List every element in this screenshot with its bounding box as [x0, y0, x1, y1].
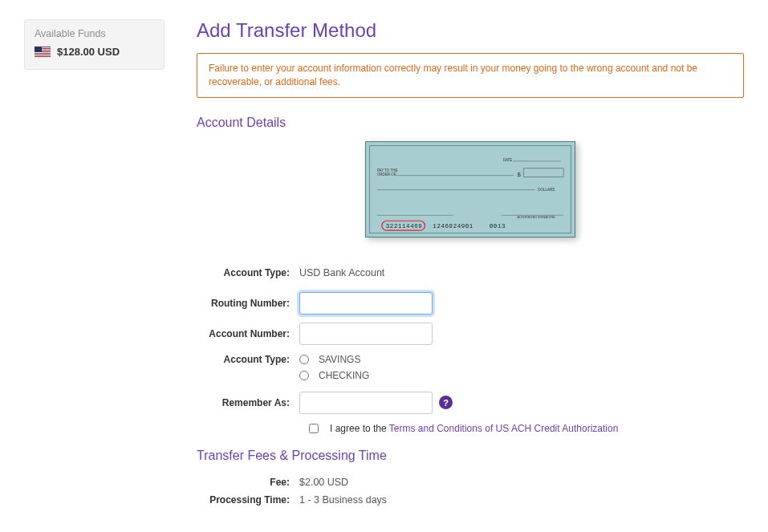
value-fee: $2.00 USD: [299, 477, 348, 488]
account-form: Account Type: USD Bank Account Routing N…: [197, 261, 744, 434]
radio-checking[interactable]: CHECKING: [299, 370, 369, 381]
svg-rect-4: [35, 52, 51, 53]
help-icon[interactable]: ?: [439, 396, 453, 409]
label-account-type-radio: Account Type:: [197, 352, 299, 365]
radio-checking-label: CHECKING: [319, 370, 369, 381]
sidebar: Available Funds $128.00 USD: [24, 19, 165, 532]
label-remember-as: Remember As:: [197, 397, 299, 408]
check-image-wrap: DATE PAY TO THE ORDER OF $ DOLLARS AUTHO…: [197, 141, 744, 240]
agree-text: I agree to the Terms and Conditions of U…: [330, 423, 618, 434]
check-date-label: DATE: [503, 157, 513, 161]
label-account-type: Account Type:: [197, 267, 299, 278]
svg-rect-10: [523, 168, 563, 177]
check-micr-check: 0013: [490, 223, 506, 229]
agree-prefix: I agree to the: [330, 423, 389, 434]
available-funds-row: $128.00 USD: [35, 46, 154, 58]
radio-savings-label: SAVINGS: [319, 354, 360, 365]
section-title-account-details: Account Details: [197, 116, 744, 130]
sample-check-image: DATE PAY TO THE ORDER OF $ DOLLARS AUTHO…: [365, 141, 575, 238]
value-processing-time: 1 - 3 Business days: [299, 494, 387, 506]
svg-rect-7: [35, 47, 42, 52]
agree-checkbox[interactable]: [309, 424, 319, 433]
flag-usa-icon: [35, 47, 51, 57]
label-processing-time: Processing Time:: [197, 494, 299, 506]
account-number-input[interactable]: [299, 323, 433, 345]
agree-terms-link[interactable]: Terms and Conditions of US ACH Credit Au…: [389, 423, 618, 434]
available-funds-amount: $128.00 USD: [57, 46, 120, 58]
check-signature-label: AUTHORIZED SIGNATURE: [518, 216, 556, 219]
radio-checking-input[interactable]: [299, 371, 309, 380]
available-funds-title: Available Funds: [35, 28, 154, 39]
page-title: Add Transfer Method: [197, 19, 744, 42]
label-fee: Fee:: [197, 477, 299, 488]
radio-savings[interactable]: SAVINGS: [299, 354, 369, 365]
value-account-type: USD Bank Account: [299, 267, 384, 278]
warning-alert: Failure to enter your account informatio…: [197, 53, 744, 98]
check-dollar-sign: $: [518, 170, 522, 177]
radio-savings-input[interactable]: [299, 355, 309, 364]
svg-rect-6: [35, 55, 51, 56]
fees-section: Fee: $2.00 USD Processing Time: 1 - 3 Bu…: [197, 474, 744, 508]
main-content: Add Transfer Method Failure to enter you…: [197, 19, 744, 532]
check-dollars-label: DOLLARS: [538, 187, 555, 191]
check-micr-account: 1246824901: [433, 223, 473, 229]
svg-rect-5: [35, 54, 51, 55]
remember-as-input[interactable]: [299, 392, 433, 414]
routing-number-input[interactable]: [299, 292, 433, 315]
label-routing-number: Routing Number:: [197, 298, 299, 309]
label-account-number: Account Number:: [197, 328, 299, 339]
available-funds-box: Available Funds $128.00 USD: [24, 19, 165, 70]
check-micr-routing: 322114469: [386, 223, 423, 229]
check-orderof-label: ORDER OF: [377, 172, 396, 176]
section-title-fees: Transfer Fees & Processing Time: [197, 449, 744, 463]
account-type-radio-group: SAVINGS CHECKING: [299, 352, 369, 383]
